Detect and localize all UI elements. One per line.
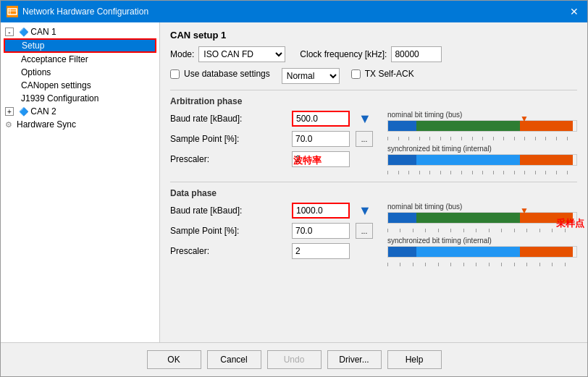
tree-label-canopen: CANopen settings — [21, 80, 91, 90]
tx-self-group: TX Self-ACK — [351, 69, 414, 79]
data-sample-label: Sample Point [%]: — [170, 226, 286, 236]
arb-nominal-label: nominal bit timing (bus) — [387, 111, 577, 119]
top-row: Mode: ISO CAN FD CAN CAN FD Clock freque… — [170, 46, 577, 62]
divider-2 — [170, 182, 577, 182]
tree-label-acceptance: Acceptance Filter — [21, 54, 88, 64]
data-sample-row: Sample Point [%]: ... — [170, 223, 373, 239]
clock-input[interactable] — [391, 46, 442, 62]
arbitration-section: Baud rate [kBaud]: ▼ Sample Point [%]: .… — [170, 111, 577, 174]
tree-label-hwsync: Hardware Sync — [17, 119, 76, 130]
data-baud-row: Baud rate [kBaud]: ▼ — [170, 203, 373, 219]
close-button[interactable]: ✕ — [567, 4, 581, 19]
arb-prescaler-row: Prescaler: — [170, 151, 373, 167]
divider-1 — [170, 90, 577, 90]
data-sample-input[interactable] — [292, 223, 350, 239]
mode-label: Mode: — [170, 49, 194, 59]
tree-label-can1: CAN 1 — [30, 27, 56, 37]
data-prescaler-label: Prescaler: — [170, 246, 286, 256]
window-title: Network Hardware Configuration — [22, 7, 148, 17]
use-db-label: Use database settings — [184, 69, 270, 79]
tree-panel: - 🔷 CAN 1 Setup Acceptance Filter Option… — [1, 22, 160, 342]
arb-nominal-bar: ▼ — [387, 120, 577, 132]
svg-rect-0 — [8, 9, 17, 14]
data-prescaler-input[interactable] — [292, 243, 350, 259]
arbitration-form: Baud rate [kBaud]: ▼ Sample Point [%]: .… — [170, 111, 373, 174]
data-timing-area: nominal bit timing (bus) ▼ — [380, 203, 577, 266]
data-nominal-bar: ▼ — [387, 212, 577, 224]
clock-label: Clock frequency [kHz]: — [300, 49, 387, 59]
expand-can2[interactable]: + — [5, 107, 14, 116]
cancel-button[interactable]: Cancel — [207, 350, 261, 369]
undo-button[interactable]: Undo — [267, 350, 322, 369]
data-baud-label: Baud rate [kBaud]: — [170, 206, 286, 216]
data-baud-marker: ▼ — [358, 203, 371, 219]
expand-can1[interactable]: - — [5, 27, 14, 36]
data-baud-input[interactable] — [292, 203, 350, 219]
section-title: CAN setup 1 — [170, 30, 577, 41]
tree-label-j1939: J1939 Configuration — [21, 93, 98, 103]
use-db-checkbox[interactable] — [170, 69, 180, 79]
tree-item-can2[interactable]: + 🔷 CAN 2 — [4, 105, 156, 118]
arb-prescaler-label: Prescaler: — [170, 154, 286, 164]
arb-sync-label: synchronized bit timing (internal) — [387, 145, 577, 153]
main-content: - 🔷 CAN 1 Setup Acceptance Filter Option… — [1, 22, 587, 342]
tree-item-canopen[interactable]: CANopen settings — [4, 79, 156, 92]
arb-sync-bar — [387, 154, 577, 166]
normal-select[interactable]: Normal Listen Only Self-Test — [282, 68, 340, 84]
can1-icon: 🔷 — [19, 27, 29, 37]
mode-group: Mode: ISO CAN FD CAN CAN FD — [170, 46, 285, 62]
help-button[interactable]: Help — [387, 350, 442, 369]
window-icon — [7, 6, 18, 17]
mode-select[interactable]: ISO CAN FD CAN CAN FD — [198, 46, 285, 62]
driver-button[interactable]: Driver... — [327, 350, 382, 369]
use-db-group: Use database settings — [170, 69, 270, 79]
data-section: Baud rate [kBaud]: ▼ Sample Point [%]: .… — [170, 203, 577, 266]
data-sync-label: synchronized bit timing (internal) — [387, 237, 577, 245]
title-bar-left: Network Hardware Configuration — [7, 6, 148, 17]
tx-self-label: TX Self-ACK — [365, 69, 414, 79]
db-row: Use database settings Normal Listen Only… — [170, 68, 577, 84]
data-sync-ticks — [387, 259, 577, 266]
can2-icon: 🔷 — [19, 107, 29, 117]
arb-sample-btn[interactable]: ... — [356, 131, 373, 147]
button-bar: OK Cancel Undo Driver... Help — [1, 342, 587, 376]
clock-group: Clock frequency [kHz]: — [300, 46, 442, 62]
tree-label-setup: Setup — [22, 41, 44, 51]
arb-sample-input[interactable] — [292, 131, 350, 147]
tree-label-can2: CAN 2 — [30, 106, 56, 117]
tree-item-options[interactable]: Options — [4, 66, 156, 79]
tx-self-checkbox[interactable] — [351, 69, 361, 79]
arb-baud-row: Baud rate [kBaud]: ▼ — [170, 111, 373, 127]
arb-timing-area: nominal bit timing (bus) ▼ — [380, 111, 577, 174]
data-nominal-label: nominal bit timing (bus) — [387, 203, 577, 211]
arb-baud-label: Baud rate [kBaud]: — [170, 114, 286, 124]
arb-nominal-ticks — [387, 133, 577, 140]
tree-label-options: Options — [21, 67, 51, 77]
arb-baud-input[interactable] — [292, 111, 350, 127]
arb-sample-label: Sample Point [%]: — [170, 134, 286, 144]
main-window: Network Hardware Configuration ✕ - 🔷 CAN… — [0, 0, 588, 377]
baud-annotation: 波特率 — [293, 154, 322, 167]
data-form: Baud rate [kBaud]: ▼ Sample Point [%]: .… — [170, 203, 373, 266]
data-sync-bar — [387, 246, 577, 258]
arb-sample-row: Sample Point [%]: ... — [170, 131, 373, 147]
data-phase-label: Data phase — [170, 188, 577, 198]
tree-item-can1[interactable]: - 🔷 CAN 1 — [4, 25, 156, 38]
tree-item-hwsync[interactable]: ⚙ Hardware Sync — [4, 118, 156, 131]
arbitration-label: Arbitration phase — [170, 96, 577, 106]
data-nominal-ticks — [387, 225, 577, 232]
data-prescaler-row: Prescaler: — [170, 243, 373, 259]
tree-item-setup[interactable]: Setup — [4, 38, 156, 53]
arb-baud-marker: ▼ — [358, 111, 371, 127]
arb-sync-ticks — [387, 167, 577, 174]
ok-button[interactable]: OK — [147, 350, 201, 369]
sample-annotation: 采样点 — [556, 217, 584, 230]
title-bar: Network Hardware Configuration ✕ — [1, 1, 587, 22]
tree-item-j1939[interactable]: J1939 Configuration — [4, 92, 156, 105]
config-panel: CAN setup 1 Mode: ISO CAN FD CAN CAN FD … — [160, 22, 587, 342]
hwsync-icon: ⚙ — [5, 120, 12, 130]
data-sample-btn[interactable]: ... — [356, 223, 373, 239]
tree-item-acceptance[interactable]: Acceptance Filter — [4, 53, 156, 66]
